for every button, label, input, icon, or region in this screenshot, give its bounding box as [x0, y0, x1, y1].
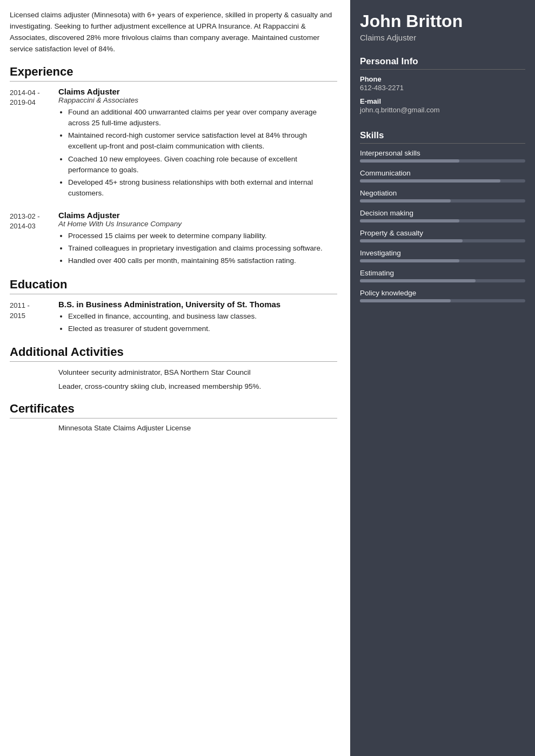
cert-text: Minnesota State Claims Adjuster License — [58, 424, 337, 432]
email-label: E-mail — [360, 97, 525, 105]
skill-bar-background — [360, 219, 525, 222]
exp-bullet: Trained colleagues in proprietary invest… — [68, 243, 337, 254]
exp-company: At Home With Us Insurance Company — [58, 220, 337, 228]
exp-date: 2014-04 - 2019-04 — [10, 87, 58, 201]
right-header: John Britton Claims Adjuster — [350, 0, 535, 50]
skill-name: Investigating — [360, 249, 525, 257]
cert-row: Minnesota State Claims Adjuster License — [10, 424, 337, 432]
phone-value: 612-483-2271 — [360, 84, 525, 92]
exp-bullet: Processed 15 claims per week to determin… — [68, 231, 337, 241]
skill-name: Decision making — [360, 209, 525, 217]
exp-bullet: Handled over 400 calls per month, mainta… — [68, 255, 337, 266]
skill-bar-background — [360, 279, 525, 282]
candidate-job-title: Claims Adjuster — [360, 33, 525, 42]
activity-row: Leader, cross-country skiing club, incre… — [10, 381, 337, 392]
education-section: Education 2011 - 2015 B.S. in Business A… — [10, 278, 337, 335]
skill-name: Communication — [360, 169, 525, 177]
skill-bar-fill — [360, 239, 463, 242]
activity-text: Volunteer security administrator, BSA No… — [58, 367, 337, 378]
edu-date-end: 2015 — [10, 312, 25, 320]
phone-label: Phone — [360, 75, 525, 83]
exp-company: Rappaccini & Associates — [58, 96, 337, 104]
exp-content: Claims Adjuster At Home With Us Insuranc… — [58, 211, 337, 268]
exp-bullets: Found an additional 400 unwarranted clai… — [58, 107, 337, 199]
skill-bar-background — [360, 259, 525, 262]
edu-bullets: Excelled in finance, accounting, and bus… — [58, 311, 337, 334]
experience-row: 2014-04 - 2019-04 Claims Adjuster Rappac… — [10, 87, 337, 201]
edu-content: B.S. in Business Administration, Univers… — [58, 300, 337, 335]
edu-degree: B.S. in Business Administration, Univers… — [58, 300, 337, 309]
exp-job-title: Claims Adjuster — [58, 87, 337, 96]
email-value: john.q.britton@gmail.com — [360, 106, 525, 114]
exp-bullet: Maintained record-high customer service … — [68, 130, 337, 152]
skill-bar-fill — [360, 299, 451, 302]
exp-date-start: 2013-02 - — [10, 212, 40, 220]
skill-bar-fill — [360, 279, 476, 282]
exp-date: 2013-02 - 2014-03 — [10, 211, 58, 268]
certificates-section: Certificates Minnesota State Claims Adju… — [10, 402, 337, 432]
skills-section: Skills Interpersonal skillsCommunication… — [350, 124, 535, 313]
exp-date-start: 2014-04 - — [10, 89, 40, 97]
skill-bar-fill — [360, 219, 459, 222]
exp-bullets: Processed 15 claims per week to determin… — [58, 231, 337, 267]
education-title: Education — [10, 278, 337, 294]
exp-date-end: 2019-04 — [10, 98, 36, 106]
personal-info-title: Personal Info — [360, 56, 525, 70]
candidate-name: John Britton — [360, 12, 525, 31]
skill-bar-fill — [360, 199, 451, 202]
skill-bar-fill — [360, 259, 459, 262]
experience-title: Experience — [10, 65, 337, 82]
skill-bar-background — [360, 239, 525, 242]
skill-bar-background — [360, 299, 525, 302]
experience-row: 2013-02 - 2014-03 Claims Adjuster At Hom… — [10, 211, 337, 268]
skill-name: Property & casualty — [360, 229, 525, 237]
activity-date — [10, 367, 58, 378]
edu-date: 2011 - 2015 — [10, 300, 58, 335]
edu-bullet: Elected as treasurer of student governme… — [68, 323, 337, 334]
skill-name: Estimating — [360, 269, 525, 277]
exp-bullet: Found an additional 400 unwarranted clai… — [68, 107, 337, 129]
skill-name: Negotiation — [360, 189, 525, 197]
education-row: 2011 - 2015 B.S. in Business Administrat… — [10, 300, 337, 335]
left-column: Licensed claims adjuster (Minnesota) wit… — [0, 0, 350, 756]
activity-text: Leader, cross-country skiing club, incre… — [58, 381, 337, 392]
skill-bar-background — [360, 159, 525, 163]
right-column: John Britton Claims Adjuster Personal In… — [350, 0, 535, 756]
skill-bar-fill — [360, 159, 459, 163]
skill-bar-background — [360, 179, 525, 183]
edu-bullet: Excelled in finance, accounting, and bus… — [68, 311, 337, 322]
skill-name: Policy knowledge — [360, 289, 525, 297]
exp-date-end: 2014-03 — [10, 222, 36, 230]
cert-date — [10, 424, 58, 432]
activities-section: Additional Activities Volunteer security… — [10, 345, 337, 393]
certificates-title: Certificates — [10, 402, 337, 418]
exp-bullet: Developed 45+ strong business relationsh… — [68, 177, 337, 199]
experience-section: Experience 2014-04 - 2019-04 Claims Adju… — [10, 65, 337, 268]
activities-title: Additional Activities — [10, 345, 337, 362]
exp-content: Claims Adjuster Rappaccini & Associates … — [58, 87, 337, 201]
activity-date — [10, 381, 58, 392]
skills-list: Interpersonal skillsCommunicationNegotia… — [360, 149, 525, 302]
skill-bar-fill — [360, 179, 500, 183]
personal-info-section: Personal Info Phone 612-483-2271 E-mail … — [350, 50, 535, 124]
activity-row: Volunteer security administrator, BSA No… — [10, 367, 337, 378]
exp-bullet: Coached 10 new employees. Given coaching… — [68, 154, 337, 176]
skills-title: Skills — [360, 130, 525, 144]
summary-text: Licensed claims adjuster (Minnesota) wit… — [10, 10, 337, 55]
exp-job-title: Claims Adjuster — [58, 211, 337, 220]
edu-date-start: 2011 - — [10, 301, 30, 309]
skill-name: Interpersonal skills — [360, 149, 525, 157]
skill-bar-background — [360, 199, 525, 202]
